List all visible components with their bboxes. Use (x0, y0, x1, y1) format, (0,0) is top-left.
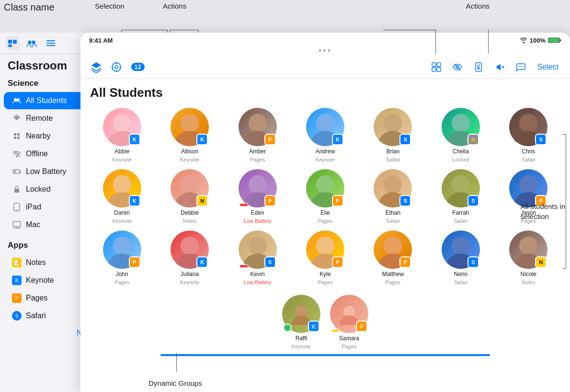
student-app: Pages (250, 157, 265, 162)
svg-rect-29 (560, 39, 561, 41)
student-name: Nerio (454, 271, 468, 277)
student-app: Safari (386, 218, 400, 224)
mail-button[interactable]: 12 (128, 59, 145, 75)
student-status (283, 323, 292, 332)
sidebar-icon-classes[interactable] (6, 36, 19, 50)
screen-button[interactable] (470, 59, 487, 75)
selection-annotation: Selection (95, 2, 125, 10)
svg-point-22 (16, 209, 17, 210)
student-app: Safari (522, 157, 536, 162)
svg-point-71 (519, 237, 537, 255)
student-card[interactable]: S Ethan Safari (361, 169, 425, 224)
svg-rect-12 (17, 133, 20, 136)
student-card[interactable]: P Elie Pages (293, 169, 357, 224)
student-card[interactable]: K Andrew Keynote (293, 108, 357, 162)
student-card[interactable]: N Debbie Notes (158, 169, 221, 224)
battery-low-indicator (331, 329, 340, 332)
student-name: Ethan (386, 209, 400, 216)
notes-app-icon: 📝 (11, 257, 22, 268)
svg-rect-28 (548, 38, 559, 42)
svg-point-8 (14, 98, 17, 101)
student-badge: S (399, 134, 411, 145)
sidebar-icon-list[interactable] (44, 36, 57, 50)
student-card[interactable]: S Chris Safari (497, 108, 560, 162)
student-card[interactable]: K Abbie Keynote (90, 108, 154, 162)
ipad-icon (11, 202, 22, 212)
svg-rect-20 (14, 189, 19, 193)
student-name: Brian (386, 148, 399, 155)
eye-slash-button[interactable] (449, 59, 466, 75)
student-card[interactable]: P Amber Pages (226, 108, 289, 162)
sidebar-icon-people[interactable] (25, 36, 38, 50)
chat-button[interactable] (513, 59, 529, 75)
compass-button[interactable] (108, 59, 125, 75)
student-card[interactable]: P Matthew Pages (361, 231, 425, 285)
student-card[interactable]: K Daren Keynote (90, 169, 154, 224)
svg-rect-40 (437, 68, 441, 71)
student-name: Amber (249, 148, 266, 155)
svg-rect-13 (14, 137, 16, 139)
svg-point-3 (28, 41, 32, 44)
select-button[interactable]: Select (534, 61, 562, 73)
svg-point-58 (113, 175, 131, 194)
student-card-extra2[interactable]: P Samara Pages (330, 295, 368, 349)
svg-point-69 (384, 237, 402, 255)
ipad-frame: 9:41 AM 100% ••• (80, 33, 570, 392)
student-card[interactable]: P Eden Low Battery (226, 169, 289, 224)
actions-top-annotation: Actions (163, 2, 186, 10)
layers-button[interactable] (88, 59, 104, 75)
selection-right-bracket (566, 134, 566, 268)
student-card[interactable]: K Allison Keynote (158, 108, 221, 162)
student-card[interactable]: S Kevin Low Battery (226, 231, 289, 285)
dynamic-groups-line (176, 353, 177, 372)
mac-icon (11, 219, 22, 230)
bottom-row: K Raffi Keynote P Samara (90, 295, 560, 349)
student-card[interactable]: P Kyle Pages (293, 231, 357, 285)
svg-point-60 (248, 175, 266, 194)
svg-point-53 (248, 114, 266, 132)
grid-button[interactable] (428, 59, 445, 75)
svg-rect-36 (128, 67, 129, 67)
svg-point-4 (32, 41, 35, 44)
svg-rect-43 (476, 63, 481, 71)
dynamic-groups-annotation: Dynamic Groups (148, 379, 202, 387)
mute-button[interactable] (491, 59, 508, 75)
student-card-extra1[interactable]: K Raffi Keynote (282, 295, 320, 349)
student-badge: N (196, 195, 208, 207)
selection-right-top (562, 134, 566, 135)
student-card[interactable]: 🔒 Chella Locked (429, 108, 492, 162)
student-card[interactable]: N Nicole Notes (497, 231, 560, 285)
all-students-icon (11, 95, 22, 106)
scroll-indicator-wrap (90, 354, 560, 356)
svg-point-31 (115, 66, 118, 69)
student-badge: S (467, 256, 479, 268)
ipad-status-bar: 9:41 AM 100% (80, 33, 570, 46)
svg-point-56 (452, 114, 470, 132)
student-badge: 🔒 (467, 134, 479, 145)
svg-point-51 (113, 114, 131, 132)
ipad-toolbar: 12 (80, 56, 570, 79)
pages-app-icon: P (11, 293, 22, 303)
student-badge: P (399, 256, 411, 268)
student-card[interactable]: K Juliana Keynote (158, 231, 221, 285)
student-card[interactable]: S Farrah Safari (429, 169, 492, 224)
locked-icon (11, 184, 22, 195)
mail-badge: 12 (131, 63, 145, 71)
student-card[interactable]: S Nerio Safari (429, 231, 492, 285)
student-card[interactable]: P John Pages (90, 231, 154, 285)
student-app: Keynote (180, 157, 199, 162)
svg-point-63 (452, 175, 470, 194)
svg-rect-23 (13, 221, 21, 227)
svg-point-16 (16, 155, 18, 157)
student-grid: K Abbie Keynote K Allison Keynote P (90, 108, 560, 285)
svg-rect-37 (432, 63, 436, 67)
student-name: Chella (453, 148, 469, 155)
svg-rect-14 (17, 137, 20, 139)
battery-low-icon (239, 203, 248, 207)
student-name: Abbie (114, 148, 129, 155)
student-badge: P (264, 134, 276, 145)
svg-point-66 (181, 237, 199, 255)
ipad-content: All Students K Abbie Keynote K Allison (80, 79, 570, 392)
svg-point-52 (181, 114, 199, 132)
student-card[interactable]: S Brian Safari (361, 108, 425, 162)
